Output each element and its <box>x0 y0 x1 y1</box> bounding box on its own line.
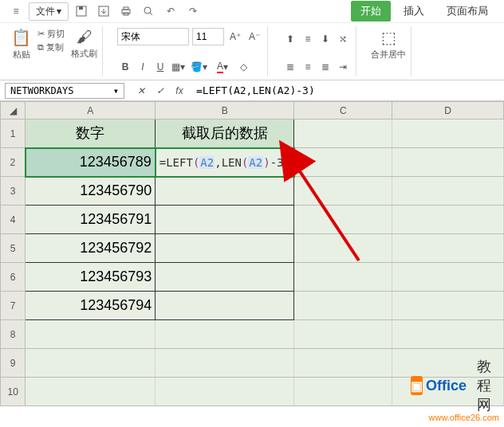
cell-d1[interactable] <box>392 119 504 148</box>
menu-icon[interactable]: ≡ <box>6 2 26 21</box>
font-size-select[interactable] <box>192 28 224 45</box>
office-logo-icon: ▣ <box>411 376 423 395</box>
row-header[interactable]: 10 <box>1 378 26 406</box>
align-right-icon[interactable]: ≣ <box>317 59 333 75</box>
redo-icon[interactable]: ↷ <box>183 2 203 21</box>
cell-a9[interactable] <box>26 349 156 378</box>
print-icon[interactable] <box>116 2 136 21</box>
cell-c2[interactable] <box>294 148 392 177</box>
cell-a5[interactable]: 123456792 <box>26 234 156 263</box>
watermark: ▣ Office教程网 www.office26.com <box>429 413 499 422</box>
align-center-icon[interactable]: ≡ <box>300 59 316 75</box>
cell-c7[interactable] <box>294 292 392 320</box>
border-button[interactable]: ▦▾ <box>170 59 186 75</box>
chevron-down-icon: ▾ <box>113 85 119 96</box>
cell-a1[interactable]: 数字 <box>26 119 156 148</box>
cell-b2[interactable]: =LEFT(A2,LEN(A2)-3) <box>156 148 294 177</box>
align-middle-icon[interactable]: ≡ <box>300 31 316 47</box>
font-color-button[interactable]: A▾ <box>211 59 234 75</box>
bold-button[interactable]: B <box>117 59 133 75</box>
row-header[interactable]: 4 <box>1 206 26 234</box>
cell-a4[interactable]: 123456791 <box>26 206 156 234</box>
align-bottom-icon[interactable]: ⬇ <box>317 31 333 47</box>
paste-label: 粘贴 <box>13 49 30 61</box>
name-box[interactable]: NETWORKDAYS ▾ <box>5 83 124 99</box>
format-painter-button[interactable]: 🖌 格式刷 <box>71 28 97 60</box>
cell-c3[interactable] <box>294 177 392 206</box>
row-header[interactable]: 6 <box>1 263 26 292</box>
formula-suffix: -3 <box>270 156 284 169</box>
font-name-select[interactable] <box>117 28 189 45</box>
tab-insert[interactable]: 插入 <box>394 1 434 22</box>
save-as-icon[interactable] <box>94 2 113 21</box>
cell-b7[interactable] <box>156 292 294 320</box>
col-header-d[interactable]: D <box>392 102 504 119</box>
col-header-c[interactable]: C <box>294 102 392 119</box>
cell-c9[interactable] <box>294 349 392 378</box>
orientation-icon[interactable]: ⤭ <box>335 31 351 47</box>
cell-a10[interactable] <box>26 378 156 406</box>
cell-a3[interactable]: 123456790 <box>26 177 156 206</box>
cell-a8[interactable] <box>26 320 156 349</box>
cell-b5[interactable] <box>156 234 294 263</box>
file-menu[interactable]: 文件 ▾ <box>29 2 69 21</box>
underline-button[interactable]: U <box>152 59 168 75</box>
italic-button[interactable]: I <box>135 59 151 75</box>
cell-d5[interactable] <box>392 234 504 263</box>
decrease-font-icon[interactable]: A⁻ <box>246 29 262 45</box>
cell-d8[interactable] <box>392 320 504 349</box>
col-header-b[interactable]: B <box>156 102 294 119</box>
cell-c4[interactable] <box>294 206 392 234</box>
cell-b9[interactable] <box>156 349 294 378</box>
cell-b10[interactable] <box>156 378 294 406</box>
tab-layout[interactable]: 页面布局 <box>437 1 498 22</box>
cell-a2[interactable]: 123456789 <box>26 148 156 177</box>
formula-input[interactable] <box>191 83 504 98</box>
paren-icon: ) <box>263 156 270 169</box>
increase-font-icon[interactable]: A⁺ <box>227 29 243 45</box>
cell-c1[interactable] <box>294 119 392 148</box>
cell-c10[interactable] <box>294 378 392 406</box>
print-preview-icon[interactable] <box>139 2 158 21</box>
cell-d7[interactable] <box>392 292 504 320</box>
col-header-a[interactable]: A <box>26 102 156 119</box>
cell-b3[interactable] <box>156 177 294 206</box>
paren-icon: ) <box>284 156 290 169</box>
indent-icon[interactable]: ⇥ <box>335 59 351 75</box>
cell-d4[interactable] <box>392 206 504 234</box>
fx-icon[interactable]: fx <box>171 82 188 100</box>
cell-a7[interactable]: 123456794 <box>26 292 156 320</box>
cell-c5[interactable] <box>294 234 392 263</box>
fill-color-button[interactable]: 🪣▾ <box>187 59 210 75</box>
tab-start[interactable]: 开始 <box>351 1 391 22</box>
copy-button[interactable]: ⧉ 复制 <box>37 41 65 53</box>
row-header[interactable]: 2 <box>1 148 26 177</box>
save-icon[interactable] <box>72 2 91 21</box>
paste-button[interactable]: 📋 粘贴 <box>11 28 31 61</box>
row-header[interactable]: 7 <box>1 292 26 320</box>
select-all-corner[interactable]: ◢ <box>1 102 26 119</box>
cell-d3[interactable] <box>392 177 504 206</box>
row-header[interactable]: 8 <box>1 320 26 349</box>
row-header[interactable]: 1 <box>1 119 26 148</box>
cell-b6[interactable] <box>156 263 294 292</box>
undo-icon[interactable]: ↶ <box>161 2 180 21</box>
cell-b1[interactable]: 截取后的数据 <box>156 119 294 148</box>
align-left-icon[interactable]: ≣ <box>282 59 298 75</box>
cell-c8[interactable] <box>294 320 392 349</box>
cancel-formula-icon[interactable]: ✕ <box>132 82 150 100</box>
row-header[interactable]: 5 <box>1 234 26 263</box>
row-header[interactable]: 3 <box>1 177 26 206</box>
cell-d2[interactable] <box>392 148 504 177</box>
merge-center-button[interactable]: ⬚ 合并居中 <box>371 28 406 61</box>
align-top-icon[interactable]: ⬆ <box>282 31 298 47</box>
row-header[interactable]: 9 <box>1 349 26 378</box>
cell-b8[interactable] <box>156 320 294 349</box>
cell-d6[interactable] <box>392 263 504 292</box>
clear-format-button[interactable]: ◇ <box>235 59 251 75</box>
accept-formula-icon[interactable]: ✓ <box>152 82 169 100</box>
cell-c6[interactable] <box>294 263 392 292</box>
cell-a6[interactable]: 123456793 <box>26 263 156 292</box>
cell-b4[interactable] <box>156 206 294 234</box>
cut-button[interactable]: ✂ 剪切 <box>37 28 65 40</box>
